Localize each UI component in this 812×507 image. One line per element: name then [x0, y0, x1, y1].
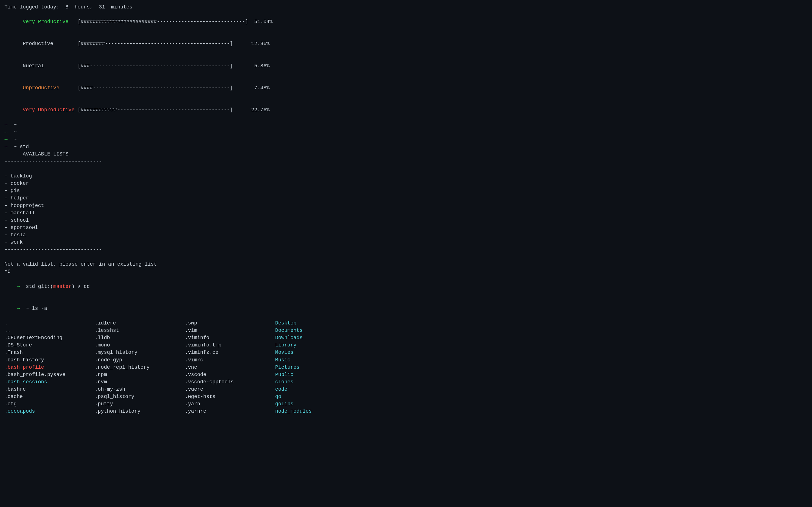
prompt-3[interactable]: → ~	[4, 136, 808, 143]
ls-item: .yarn	[185, 400, 275, 407]
ls-col1: . .. .CFUserTextEncoding .DS_Store .Tras…	[4, 320, 95, 415]
stat-nuetral: Nuetral [###----------------------------…	[4, 55, 808, 77]
stat-pct-very-unproductive: 22.76%	[245, 107, 269, 113]
stat-pct-productive: 12.86%	[245, 41, 269, 47]
ls-item: .vimrc	[185, 356, 275, 363]
stat-label-very-productive: Very Productive	[23, 19, 78, 24]
ls-item: ..	[4, 327, 95, 334]
stat-very-unproductive: Very Unproductive [############---------…	[4, 99, 808, 121]
list-sportsowl: - sportsowl	[4, 224, 808, 231]
list-hoogproject: - hoogproject	[4, 202, 808, 209]
stat-bar-unproductive: [####-----------------------------------…	[78, 85, 245, 91]
ls-col2: .idlerc .lesshst .lldb .mono .mysql_hist…	[95, 320, 185, 415]
terminal-window: Time logged today: 8 hours, 31 minutes V…	[4, 3, 808, 415]
ls-item: Movies	[275, 349, 808, 356]
ls-item: .oh-my-zsh	[95, 386, 185, 393]
stat-pct-nuetral: 5.86%	[245, 63, 269, 69]
ls-item: go	[275, 393, 808, 400]
stats-section: Very Productive [#######################…	[4, 11, 808, 121]
list-work: - work	[4, 238, 808, 246]
ls-item: .vscode	[185, 371, 275, 378]
list-marshall: - marshall	[4, 209, 808, 217]
stat-bar-productive: [########-------------------------------…	[78, 41, 245, 47]
list-tesla: - tesla	[4, 231, 808, 238]
divider-1: --------------------------------	[4, 158, 808, 165]
ls-item: .Trash	[4, 349, 95, 356]
ls-col3: .swp .vim .viminfo .viminfo.tmp .viminfz…	[185, 320, 275, 415]
stat-unproductive: Unproductive [####----------------------…	[4, 77, 808, 99]
ls-item: .bash_profile	[4, 363, 95, 371]
ls-item: Library	[275, 341, 808, 349]
stat-label-productive: Productive	[23, 41, 78, 47]
ls-item: .psql_history	[95, 393, 185, 400]
stat-bar-very-unproductive: [############---------------------------…	[78, 107, 245, 113]
ls-item: .wget-hsts	[185, 393, 275, 400]
ls-item: .python_history	[95, 407, 185, 415]
ls-item: Desktop	[275, 320, 808, 327]
ls-item: .viminfz.ce	[185, 349, 275, 356]
ls-item: .mono	[95, 341, 185, 349]
ls-item: Documents	[275, 327, 808, 334]
stat-label-nuetral: Nuetral	[23, 63, 78, 69]
stat-pct-very-productive: 51.04%	[248, 19, 272, 24]
stat-pct-unproductive: 7.48%	[245, 85, 269, 91]
ls-item: .vim	[185, 327, 275, 334]
prompt-1[interactable]: → ~	[4, 121, 808, 128]
time-logged-header: Time logged today: 8 hours, 31 minutes	[4, 3, 808, 11]
prompt-std[interactable]: → ~ std	[4, 143, 808, 151]
ls-item: .cocoapods	[4, 407, 95, 415]
error-message: Not a valid list, please enter in an exi…	[4, 261, 808, 268]
ls-item: .	[4, 320, 95, 327]
stat-productive: Productive [########--------------------…	[4, 33, 808, 55]
ls-item: .bash_profile.pysave	[4, 371, 95, 378]
ls-item: .cache	[4, 393, 95, 400]
ls-item: .DS_Store	[4, 341, 95, 349]
ls-item: .viminfo	[185, 334, 275, 341]
ls-item: .npm	[95, 371, 185, 378]
ls-output: . .. .CFUserTextEncoding .DS_Store .Tras…	[4, 320, 808, 415]
ls-item: Downloads	[275, 334, 808, 341]
ls-item: golibs	[275, 400, 808, 407]
stat-bar-nuetral: [###------------------------------------…	[78, 63, 245, 69]
prompt-2[interactable]: → ~	[4, 128, 808, 136]
blank-line-1	[4, 165, 808, 172]
ls-item: .bash_sessions	[4, 378, 95, 386]
list-school: - school	[4, 217, 808, 224]
ls-item: .node-gyp	[95, 356, 185, 363]
ls-item: .CFUserTextEncoding	[4, 334, 95, 341]
ls-item: .bashrc	[4, 386, 95, 393]
divider-2: --------------------------------	[4, 246, 808, 253]
ls-item: .vscode-cpptools	[185, 378, 275, 386]
ls-item: .vnc	[185, 363, 275, 371]
prompt-ls[interactable]: → ~ ls -a	[4, 297, 808, 320]
ls-item: Pictures	[275, 363, 808, 371]
blank-line-2	[4, 253, 808, 261]
ls-item: .lldb	[95, 334, 185, 341]
ls-item: .yarnrc	[185, 407, 275, 415]
ctrl-c: ^C	[4, 268, 808, 275]
stat-bar-very-productive: [#########################--------------…	[78, 19, 248, 24]
list-backlog: - backlog	[4, 172, 808, 180]
ls-item: clones	[275, 378, 808, 386]
ls-item: .vuerc	[185, 386, 275, 393]
ls-item: code	[275, 386, 808, 393]
list-gis: - gis	[4, 187, 808, 194]
ls-item: .swp	[185, 320, 275, 327]
ls-item: .bash_history	[4, 356, 95, 363]
prompt-std-git[interactable]: → std git:(master) ✗ cd	[4, 275, 808, 297]
ls-item: .viminfo.tmp	[185, 341, 275, 349]
ls-item: Public	[275, 371, 808, 378]
list-docker: - docker	[4, 180, 808, 187]
ls-item: node_modules	[275, 407, 808, 415]
ls-item: .mysql_history	[95, 349, 185, 356]
list-helper: - helper	[4, 194, 808, 202]
stat-very-productive: Very Productive [#######################…	[4, 11, 808, 33]
ls-item: .lesshst	[95, 327, 185, 334]
stat-label-very-unproductive: Very Unproductive	[23, 107, 78, 113]
ls-item: .idlerc	[95, 320, 185, 327]
ls-item: Music	[275, 356, 808, 363]
ls-item: .cfg	[4, 400, 95, 407]
ls-col4: Desktop Documents Downloads Library Movi…	[275, 320, 808, 415]
available-lists-header: AVAILABLE LISTS	[4, 151, 808, 158]
stat-label-unproductive: Unproductive	[23, 85, 78, 91]
